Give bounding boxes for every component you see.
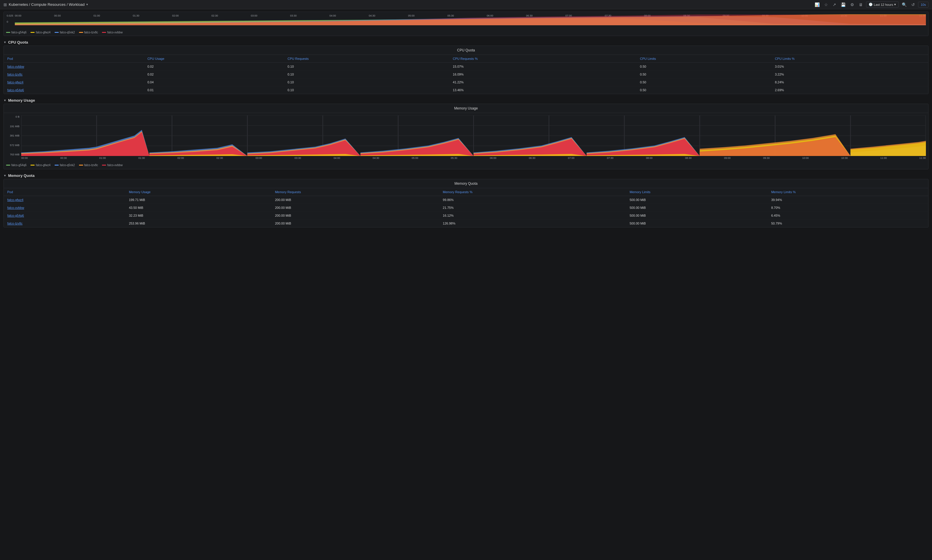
mx-0230: 02:30 — [217, 157, 223, 162]
mx-0530: 05:30 — [451, 157, 457, 162]
legend-item-q5nk2: falco-q5nk2 — [55, 31, 75, 34]
share-icon-btn[interactable]: ↗ — [831, 2, 838, 8]
overview-svg — [15, 14, 926, 25]
breadcrumb-caret[interactable]: ▾ — [86, 3, 88, 6]
mem-row-pod[interactable]: falco-gfwz4 — [4, 196, 126, 204]
cpu-quota-table: Pod CPU Usage CPU Requests CPU Requests … — [4, 55, 928, 94]
memory-usage-chevron: ▼ — [3, 99, 6, 102]
memory-quota-panel: Memory Quota Pod Memory Usage Memory Req… — [3, 179, 929, 228]
mem-row-limits: 500.00 MiB — [626, 212, 767, 220]
cpu-row-requests-pct: 13.46% — [449, 86, 637, 94]
mem-col-requests: Memory Requests — [271, 188, 439, 196]
mem-legend-tzv8c: falco-tzv8c — [79, 163, 98, 167]
mem-row-pod[interactable]: falco-g54q6 — [4, 212, 126, 220]
cpu-quota-chevron: ▼ — [3, 41, 6, 44]
legend-item-gfwz4: falco-gfwz4 — [31, 31, 51, 34]
memory-plot — [21, 115, 926, 156]
memory-quota-row: falco-g54q6 32.23 MiB 200.00 MiB 16.12% … — [4, 212, 928, 220]
cpu-quota-section-header[interactable]: ▼ CPU Quota — [3, 38, 929, 46]
tv-icon-btn[interactable]: 🖥 — [857, 2, 864, 8]
memory-quota-row: falco-xvbbw 43.50 MiB 200.00 MiB 21.75% … — [4, 204, 928, 212]
memory-quota-section-header[interactable]: ▼ Memory Quota — [3, 172, 929, 179]
mx-0300: 03:00 — [255, 157, 262, 162]
cpu-row-pod[interactable]: falco-tzv8c — [4, 71, 144, 78]
memory-quota-chevron: ▼ — [3, 174, 6, 177]
mx-1000: 10:00 — [802, 157, 809, 162]
cpu-row-pod[interactable]: falco-gfwz4 — [4, 78, 144, 86]
refresh-rate-label: 10s — [921, 3, 926, 6]
refresh-rate-button[interactable]: 10s — [918, 2, 929, 8]
grid-icon: ⊞ — [3, 2, 7, 7]
y-572: 572 MiB — [7, 144, 20, 147]
cpu-row-pod[interactable]: falco-g54q6 — [4, 86, 144, 94]
clock-icon: 🕐 — [869, 3, 873, 6]
mx-0900: 09:00 — [724, 157, 731, 162]
y-381: 381 MiB — [7, 134, 20, 137]
memory-x-axis: 00:00 00:30 01:00 01:30 02:00 02:30 03:0… — [21, 157, 926, 162]
cpu-row-limits: 0.50 — [637, 78, 771, 86]
cpu-row-limits: 0.50 — [637, 86, 771, 94]
cpu-quota-row: falco-g54q6 0.01 0.10 13.46% 0.50 2.69% — [4, 86, 928, 94]
legend-color-gfwz4 — [31, 32, 35, 33]
cpu-row-limits-pct: 8.24% — [771, 78, 928, 86]
mem-row-limits: 500.00 MiB — [626, 196, 767, 204]
cpu-row-pod[interactable]: falco-xvbbw — [4, 63, 144, 71]
mem-row-limits-pct: 39.94% — [767, 196, 928, 204]
cpu-quota-table-header: Pod CPU Usage CPU Requests CPU Requests … — [4, 55, 928, 63]
memory-usage-legend: falco-g54q6 falco-gfwz4 falco-q5nk2 falc… — [6, 163, 926, 167]
mx-0630: 06:30 — [529, 157, 535, 162]
cpu-quota-panel-title: CPU Quota — [4, 46, 928, 55]
memory-y-axis: 763 MiB 572 MiB 381 MiB 191 MiB 0 B — [6, 115, 21, 156]
mem-col-requests-pct: Memory Requests % — [439, 188, 626, 196]
mem-row-pod[interactable]: falco-xvbbw — [4, 204, 126, 212]
cpu-row-requests: 0.10 — [284, 71, 449, 78]
mx-0500: 05:00 — [412, 157, 418, 162]
mem-legend-label-q5nk2: falco-q5nk2 — [60, 163, 75, 167]
mem-row-limits: 500.00 MiB — [626, 220, 767, 228]
mem-row-pod[interactable]: falco-tzv8c — [4, 220, 126, 228]
y-763: 763 MiB — [7, 153, 20, 156]
legend-label-g54q6: falco-g54q6 — [11, 31, 26, 34]
topnav: ⊞ Kubernetes / Compute Resources / Workl… — [0, 0, 932, 9]
legend-color-q5nk2 — [55, 32, 59, 33]
cpu-quota-title: CPU Quota — [8, 40, 28, 45]
col-cpu-usage: CPU Usage — [144, 55, 284, 63]
save-icon-btn[interactable]: 💾 — [839, 2, 847, 8]
cpu-quota-panel: CPU Quota Pod CPU Usage CPU Requests CPU… — [3, 46, 929, 94]
settings-icon-btn[interactable]: ⚙ — [849, 2, 856, 8]
memory-quota-row: falco-gfwz4 199.71 MiB 200.00 MiB 99.86%… — [4, 196, 928, 204]
overview-y-top: 0.025 — [7, 14, 13, 17]
cpu-row-requests: 0.10 — [284, 86, 449, 94]
overview-y-bottom: 0 — [7, 20, 8, 23]
y-0: 0 B — [7, 115, 20, 118]
memory-usage-panel-title: Memory Usage — [4, 104, 928, 113]
mx-1100: 11:00 — [880, 157, 887, 162]
time-range-label: Last 12 hours — [874, 3, 894, 6]
dashboard-icon-btn[interactable]: 📊 — [813, 2, 821, 8]
search-icon-btn[interactable]: 🔍 — [900, 2, 908, 8]
mem-row-usage: 253.96 MiB — [126, 220, 272, 228]
col-cpu-requests-pct: CPU Requests % — [449, 55, 637, 63]
legend-color-tzv8c — [79, 32, 83, 33]
mx-0730: 07:30 — [607, 157, 614, 162]
mem-legend-color-q5nk2 — [55, 165, 59, 166]
mem-row-requests: 200.00 MiB — [271, 212, 439, 220]
star-icon-btn[interactable]: ☆ — [823, 2, 829, 8]
memory-usage-section-header[interactable]: ▼ Memory Usage — [3, 97, 929, 104]
mem-col-limits-pct: Memory Limits % — [767, 188, 928, 196]
overview-chart-area: 0.025 0 00:00 00:30 01:00 01:30 02:00 — [6, 14, 926, 30]
mx-0200: 02:00 — [177, 157, 184, 162]
mx-0830: 08:30 — [685, 157, 692, 162]
mem-col-usage: Memory Usage — [126, 188, 272, 196]
mem-row-limits-pct: 8.70% — [767, 204, 928, 212]
time-range-button[interactable]: 🕐 Last 12 hours ▾ — [866, 2, 899, 8]
overview-panel: 0.025 0 00:00 00:30 01:00 01:30 02:00 — [3, 12, 929, 36]
memory-quota-row: falco-tzv8c 253.96 MiB 200.00 MiB 126.98… — [4, 220, 928, 228]
main-content: 0.025 0 00:00 00:30 01:00 01:30 02:00 — [0, 9, 932, 232]
mem-col-pod: Pod — [4, 188, 126, 196]
cpu-row-requests-pct: 41.22% — [449, 78, 637, 86]
mx-0400: 04:00 — [334, 157, 340, 162]
refresh-icon-btn[interactable]: ↺ — [910, 2, 916, 8]
mem-row-requests-pct: 16.12% — [439, 212, 626, 220]
mem-legend-gfwz4: falco-gfwz4 — [31, 163, 51, 167]
